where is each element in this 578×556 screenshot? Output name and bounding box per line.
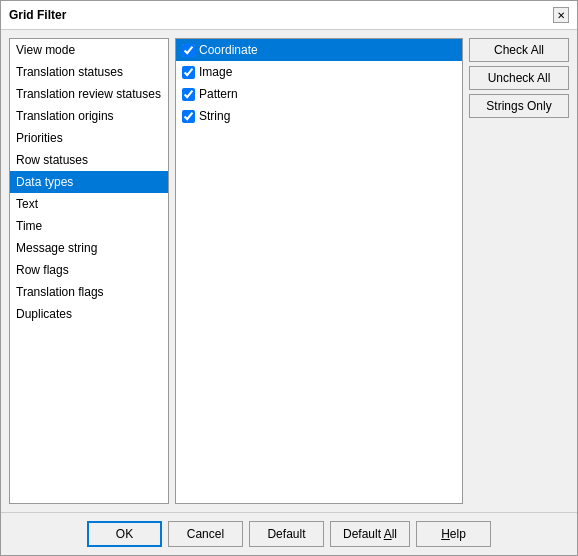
strings-only-button[interactable]: Strings Only <box>469 94 569 118</box>
dialog-footer: OK Cancel Default Default All Help <box>1 512 577 555</box>
cancel-button[interactable]: Cancel <box>168 521 243 547</box>
sidebar-item-translation-flags[interactable]: Translation flags <box>10 281 168 303</box>
checkbox-image[interactable] <box>182 66 195 79</box>
default-all-button[interactable]: Default All <box>330 521 410 547</box>
title-bar: Grid Filter ✕ <box>1 1 577 30</box>
right-panel: Check All Uncheck All Strings Only <box>469 38 569 504</box>
checkbox-item-pattern[interactable]: Pattern <box>176 83 462 105</box>
help-button[interactable]: Help <box>416 521 491 547</box>
checkbox-pattern[interactable] <box>182 88 195 101</box>
default-all-underline: A <box>384 527 392 541</box>
checkbox-string[interactable] <box>182 110 195 123</box>
sidebar-item-duplicates[interactable]: Duplicates <box>10 303 168 325</box>
sidebar-item-translation-origins[interactable]: Translation origins <box>10 105 168 127</box>
sidebar-item-priorities[interactable]: Priorities <box>10 127 168 149</box>
checkbox-label-image: Image <box>199 63 232 81</box>
dialog-title: Grid Filter <box>9 8 66 22</box>
default-button[interactable]: Default <box>249 521 324 547</box>
ok-button[interactable]: OK <box>87 521 162 547</box>
dialog-body: View mode Translation statuses Translati… <box>1 30 577 512</box>
checkbox-label-pattern: Pattern <box>199 85 238 103</box>
help-underline: H <box>441 527 450 541</box>
checkbox-item-image[interactable]: Image <box>176 61 462 83</box>
left-panel[interactable]: View mode Translation statuses Translati… <box>9 38 169 504</box>
checkbox-label-string: String <box>199 107 230 125</box>
sidebar-item-text[interactable]: Text <box>10 193 168 215</box>
sidebar-item-row-flags[interactable]: Row flags <box>10 259 168 281</box>
sidebar-item-row-statuses[interactable]: Row statuses <box>10 149 168 171</box>
close-button[interactable]: ✕ <box>553 7 569 23</box>
sidebar-item-message-string[interactable]: Message string <box>10 237 168 259</box>
sidebar-item-data-types[interactable]: Data types <box>10 171 168 193</box>
checkbox-label-coordinate: Coordinate <box>199 41 258 59</box>
sidebar-item-time[interactable]: Time <box>10 215 168 237</box>
center-panel[interactable]: Coordinate Image Pattern String <box>175 38 463 504</box>
sidebar-item-view-mode[interactable]: View mode <box>10 39 168 61</box>
main-content: View mode Translation statuses Translati… <box>9 38 569 504</box>
sidebar-item-translation-review-statuses[interactable]: Translation review statuses <box>10 83 168 105</box>
checkbox-item-coordinate[interactable]: Coordinate <box>176 39 462 61</box>
grid-filter-dialog: Grid Filter ✕ View mode Translation stat… <box>0 0 578 556</box>
sidebar-item-translation-statuses[interactable]: Translation statuses <box>10 61 168 83</box>
checkbox-item-string[interactable]: String <box>176 105 462 127</box>
check-all-button[interactable]: Check All <box>469 38 569 62</box>
uncheck-all-button[interactable]: Uncheck All <box>469 66 569 90</box>
checkbox-coordinate[interactable] <box>182 44 195 57</box>
